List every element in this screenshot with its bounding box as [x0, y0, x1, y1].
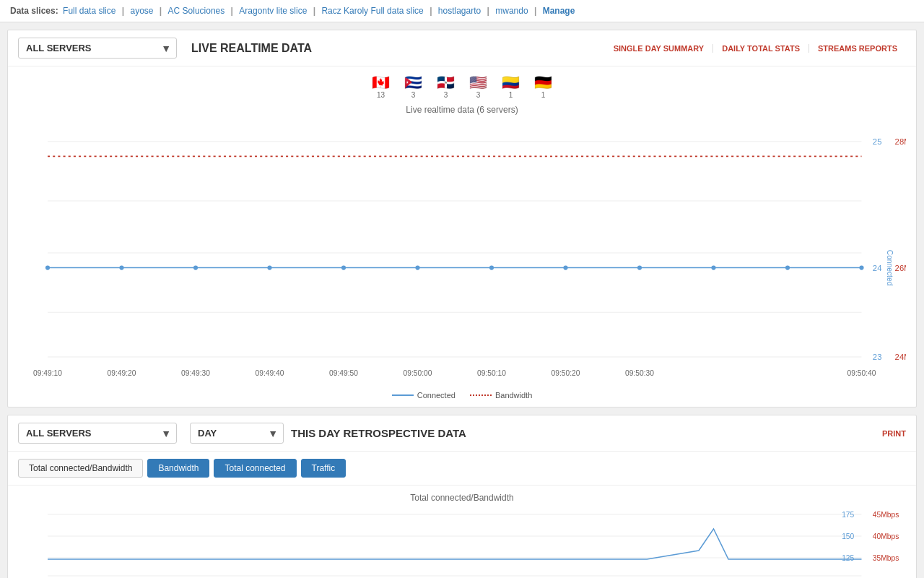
top-server-select[interactable]: ALL SERVERS — [18, 38, 177, 59]
x-label-0: 09:49:10 — [33, 369, 62, 377]
chart-legend: Connected Bandwidth — [18, 391, 906, 400]
nav-single-day[interactable]: SINGLE DAY SUMMARY — [605, 44, 713, 53]
y-bandwidth-28: 28Mbps — [895, 137, 906, 146]
svg-point-12 — [489, 265, 494, 269]
germany-flag-icon: 🇩🇪 — [534, 74, 552, 91]
legend-connected-line — [392, 394, 414, 396]
canada-flag-icon: 🇨🇦 — [372, 74, 390, 91]
svg-point-10 — [341, 265, 346, 269]
svg-point-15 — [711, 265, 715, 269]
live-panel-header: ALL SERVERS ▼ LIVE REALTIME DATA SINGLE … — [8, 30, 916, 66]
retro-y-35: 35Mbps — [873, 554, 899, 562]
flag-cuba: 🇨🇺 3 — [404, 74, 422, 99]
y-connected-23: 23 — [873, 353, 882, 361]
retro-y-175: 175 — [842, 511, 854, 519]
flag-dominican: 🇩🇴 3 — [437, 74, 455, 99]
x-label-9: 09:50:40 — [847, 369, 876, 377]
svg-point-16 — [785, 265, 790, 269]
germany-count: 1 — [541, 91, 546, 99]
retro-y-40: 40Mbps — [873, 532, 899, 540]
bottom-chart-area: Total connected/Bandwidth 45Mbps 40Mbps … — [8, 486, 916, 578]
data-slices-bar: Data slices: Full data slice | ayose | A… — [0, 0, 924, 22]
legend-connected: Connected — [392, 391, 456, 400]
cuba-count: 3 — [411, 91, 416, 99]
x-label-1: 09:49:20 — [108, 369, 136, 377]
retrospective-panel: ALL SERVERS ▼ DAY ▼ THIS DAY RETROSPECTI… — [7, 415, 917, 578]
live-chart-svg: 25 24 23 28Mbps 26Mbps 24Mbps Connected … — [18, 119, 906, 387]
flag-colombia: 🇨🇴 1 — [502, 74, 520, 99]
live-chart-area: 🇨🇦 13 🇨🇺 3 🇩🇴 3 🇺🇸 3 🇨🇴 1 🇩🇪 1 — [8, 66, 916, 407]
svg-point-8 — [193, 265, 198, 269]
y-connected-24: 24 — [873, 264, 882, 272]
nav-daily-total[interactable]: DAILY TOTAL STATS — [712, 44, 808, 53]
x-label-8: 09:50:30 — [625, 369, 654, 377]
cuba-flag-icon: 🇨🇺 — [404, 74, 422, 91]
svg-point-13 — [563, 265, 567, 269]
bottom-server-select-wrapper: ALL SERVERS ▼ — [18, 423, 177, 444]
svg-point-9 — [267, 265, 271, 269]
svg-point-17 — [859, 265, 863, 269]
retro-chart-svg: 45Mbps 40Mbps 35Mbps 175 150 125 — [18, 507, 906, 578]
y-axis-connected-label: Connected — [886, 250, 894, 286]
svg-point-7 — [119, 265, 123, 269]
svg-point-14 — [637, 265, 642, 269]
usa-count: 3 — [476, 91, 481, 99]
filter-traffic[interactable]: Traffic — [301, 459, 346, 478]
live-panel-title: LIVE REALTIME DATA — [191, 42, 605, 55]
legend-connected-label: Connected — [417, 391, 456, 400]
retro-y-150: 150 — [842, 532, 854, 540]
live-chart-subtitle: Live realtime data (6 servers) — [18, 105, 906, 115]
slice-aragontv[interactable]: Aragontv lite slice — [239, 6, 307, 16]
slice-full-data[interactable]: Full data slice — [63, 6, 116, 16]
flag-usa: 🇺🇸 3 — [469, 74, 487, 99]
live-chart-container: 25 24 23 28Mbps 26Mbps 24Mbps Connected … — [18, 119, 906, 387]
x-label-6: 09:50:10 — [477, 369, 506, 377]
svg-point-6 — [45, 265, 50, 269]
y-connected-25: 25 — [873, 137, 882, 146]
retro-y-45: 45Mbps — [873, 511, 899, 519]
x-label-5: 09:50:00 — [404, 369, 432, 377]
retro-panel-title: THIS DAY RETROSPECTIVE DATA — [291, 427, 875, 439]
live-realtime-panel: ALL SERVERS ▼ LIVE REALTIME DATA SINGLE … — [7, 30, 917, 407]
flag-canada: 🇨🇦 13 — [372, 74, 390, 99]
slice-mwando[interactable]: mwando — [495, 6, 528, 16]
retro-panel-header: ALL SERVERS ▼ DAY ▼ THIS DAY RETROSPECTI… — [8, 415, 916, 452]
retro-y-125: 125 — [842, 554, 854, 562]
filter-total-bandwidth[interactable]: Total connected/Bandwidth — [18, 459, 143, 478]
slice-racz[interactable]: Racz Karoly Full data slice — [321, 6, 423, 16]
bottom-server-select[interactable]: ALL SERVERS — [18, 423, 177, 444]
y-bandwidth-24: 24Mbps — [895, 353, 906, 361]
x-label-2: 09:49:30 — [181, 369, 210, 377]
flag-germany: 🇩🇪 1 — [534, 74, 552, 99]
x-label-4: 09:49:50 — [329, 369, 358, 377]
y-axis-bandwidth-label: Bandwidth — [905, 251, 906, 285]
period-select-wrapper: DAY ▼ — [190, 423, 284, 444]
dominican-flag-icon: 🇩🇴 — [437, 74, 455, 91]
x-label-7: 09:50:20 — [552, 369, 580, 377]
slice-ac-soluciones[interactable]: AC Soluciones — [168, 6, 225, 16]
colombia-flag-icon: 🇨🇴 — [502, 74, 520, 91]
legend-bandwidth-line — [470, 394, 492, 396]
top-server-select-wrapper: ALL SERVERS ▼ — [18, 38, 177, 59]
period-select[interactable]: DAY — [190, 423, 284, 444]
colombia-count: 1 — [509, 91, 513, 99]
canada-count: 13 — [377, 91, 385, 99]
legend-bandwidth: Bandwidth — [470, 391, 532, 400]
data-slices-label: Data slices: — [10, 6, 58, 16]
dominican-count: 3 — [444, 91, 448, 99]
retro-chart-subtitle: Total connected/Bandwidth — [18, 493, 906, 503]
filter-total-connected[interactable]: Total connected — [214, 459, 296, 478]
filter-bandwidth[interactable]: Bandwidth — [147, 459, 209, 478]
slice-hostlagarto[interactable]: hostlagarto — [438, 6, 481, 16]
svg-point-11 — [415, 265, 419, 269]
legend-bandwidth-label: Bandwidth — [495, 391, 532, 400]
x-label-3: 09:49:40 — [256, 369, 284, 377]
slice-ayose[interactable]: ayose — [130, 6, 153, 16]
nav-streams[interactable]: STREAMS REPORTS — [808, 44, 906, 53]
slice-manage[interactable]: Manage — [543, 6, 575, 16]
print-link[interactable]: PRINT — [882, 429, 906, 438]
usa-flag-icon: 🇺🇸 — [469, 74, 487, 91]
live-panel-nav: SINGLE DAY SUMMARY DAILY TOTAL STATS STR… — [605, 44, 906, 53]
flags-row: 🇨🇦 13 🇨🇺 3 🇩🇴 3 🇺🇸 3 🇨🇴 1 🇩🇪 1 — [18, 74, 906, 99]
filter-buttons-row: Total connected/Bandwidth Bandwidth Tota… — [8, 452, 916, 486]
